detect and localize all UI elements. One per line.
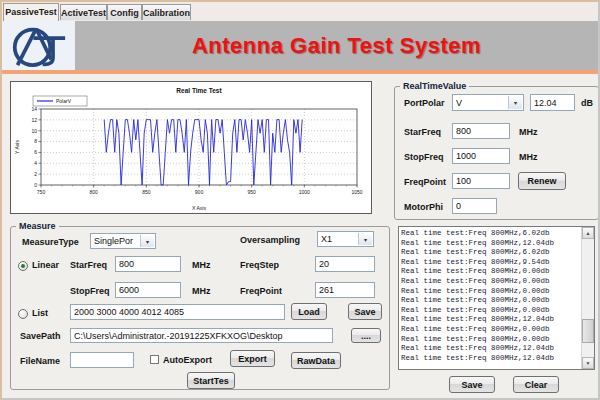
filename-label: FileName	[20, 356, 60, 366]
m-starfreq-field[interactable]	[115, 256, 181, 272]
linear-radio[interactable]	[18, 261, 28, 271]
svg-text:2: 2	[34, 171, 37, 177]
tab-bar: PassiveTest ActiveTest Config Calibratio…	[2, 2, 598, 22]
tab-passivetest[interactable]: PassiveTest	[3, 3, 59, 21]
savepath-field[interactable]	[70, 328, 333, 343]
m-starfreq-label: StarFreq	[70, 260, 107, 270]
rt-stopfreq-label: StopFreq	[404, 152, 444, 162]
m-freqpoint-label: FreqPoint	[240, 286, 282, 296]
m-stopfreq-unit: MHz	[192, 286, 211, 296]
svg-text:Y Axis: Y Axis	[14, 140, 20, 154]
load-button[interactable]: Load	[291, 303, 327, 320]
svg-text:0: 0	[34, 182, 37, 188]
list-save-button[interactable]: Save	[348, 303, 382, 320]
portpolar-value: V	[456, 98, 462, 108]
realtimevalue-group-title: RealTimeValue	[400, 81, 469, 91]
oversampling-select[interactable]: X1 ▾	[317, 231, 374, 247]
motorphi-field[interactable]	[452, 198, 497, 214]
svg-text:850: 850	[142, 189, 151, 195]
m-freqpoint-field[interactable]	[315, 282, 375, 298]
svg-text:1050: 1050	[351, 189, 362, 195]
m-stopfreq-label: StopFreq	[70, 286, 110, 296]
app-title: Antenna Gain Test System	[75, 21, 598, 70]
rt-freqpoint-label: FreqPoint	[404, 177, 446, 187]
svg-text:12: 12	[31, 117, 37, 123]
rt-starfreq-unit: MHz	[519, 127, 538, 137]
list-label: List	[32, 308, 48, 318]
tab-calibration[interactable]: Calibration	[142, 4, 191, 20]
svg-text:750: 750	[37, 189, 46, 195]
rt-freqpoint-field[interactable]	[452, 173, 510, 189]
rt-stopfreq-field[interactable]	[452, 148, 510, 164]
scrollbar-thumb[interactable]	[582, 319, 594, 343]
m-stopfreq-field[interactable]	[115, 282, 181, 298]
autoexport-checkbox[interactable]	[150, 355, 159, 364]
savepath-label: SavePath	[20, 331, 61, 341]
browse-button[interactable]: ....	[351, 328, 381, 343]
svg-text:PolarV: PolarV	[56, 98, 72, 104]
rawdata-button[interactable]: RawData	[291, 352, 341, 369]
log-scrollbar[interactable]: ▲ ▼	[581, 227, 594, 369]
list-radio[interactable]	[18, 309, 28, 319]
export-button[interactable]: Export	[230, 350, 275, 367]
gain-unit-label: dB	[581, 98, 593, 108]
app-window: PassiveTest ActiveTest Config Calibratio…	[0, 0, 600, 400]
realtime-chart: 7508008509009501000105002468101214Real T…	[10, 81, 372, 214]
gain-value-field[interactable]	[530, 94, 575, 111]
svg-text:800: 800	[89, 189, 98, 195]
svg-text:6: 6	[34, 149, 37, 155]
chevron-down-icon[interactable]: ▾	[358, 233, 372, 245]
measuretype-label: MeasureType	[22, 237, 79, 247]
freqstep-label: FreqStep	[240, 260, 279, 270]
rt-starfreq-field[interactable]	[452, 123, 510, 139]
m-starfreq-unit: MHz	[192, 260, 211, 270]
portpolar-select[interactable]: V ▾	[452, 94, 524, 111]
svg-text:14: 14	[31, 106, 37, 112]
svg-text:1000: 1000	[299, 189, 310, 195]
linear-label: Linear	[32, 260, 59, 270]
starttest-button[interactable]: StartTes	[187, 372, 235, 389]
list-field[interactable]	[70, 304, 285, 320]
log-lines: Real time test:Freq 800MHz,6.02dbReal ti…	[401, 229, 580, 367]
measuretype-select[interactable]: SinglePor ▾	[90, 233, 156, 249]
filename-field[interactable]	[70, 352, 134, 368]
oversampling-label: Oversampling	[240, 235, 300, 245]
scroll-up-icon[interactable]: ▲	[582, 227, 594, 239]
svg-text:900: 900	[195, 189, 204, 195]
rt-starfreq-label: StarFreq	[404, 127, 441, 137]
scroll-down-icon[interactable]: ▼	[582, 357, 594, 369]
svg-text:Real Time Test: Real Time Test	[176, 87, 222, 94]
log-output[interactable]: Real time test:Freq 800MHz,6.02dbReal ti…	[398, 226, 595, 370]
portpolar-label: PortPolar	[404, 98, 445, 108]
tab-activetest[interactable]: ActiveTest	[60, 4, 107, 20]
svg-text:4: 4	[34, 160, 37, 166]
autoexport-label: AutoExport	[163, 355, 212, 365]
svg-text:10: 10	[31, 128, 37, 134]
rt-stopfreq-unit: MHz	[519, 152, 538, 162]
freqstep-field[interactable]	[315, 256, 375, 272]
log-save-button[interactable]: Save	[449, 376, 495, 393]
renew-button[interactable]: Renew	[518, 172, 566, 190]
svg-text:X Axis: X Axis	[192, 205, 206, 211]
measure-group-title: Measure	[16, 221, 59, 231]
svg-text:950: 950	[247, 189, 256, 195]
svg-text:8: 8	[34, 138, 37, 144]
log-clear-button[interactable]: Clear	[513, 376, 559, 393]
header: Antenna Gain Test System	[2, 21, 598, 70]
motorphi-label: MotorPhi	[404, 202, 443, 212]
chevron-down-icon[interactable]: ▾	[508, 96, 522, 109]
tab-config[interactable]: Config	[107, 4, 142, 20]
header-accent-line	[2, 70, 598, 74]
chevron-down-icon[interactable]: ▾	[140, 235, 154, 247]
agt-logo-icon	[2, 21, 75, 70]
oversampling-value: X1	[321, 234, 332, 244]
measuretype-value: SinglePor	[94, 236, 133, 246]
